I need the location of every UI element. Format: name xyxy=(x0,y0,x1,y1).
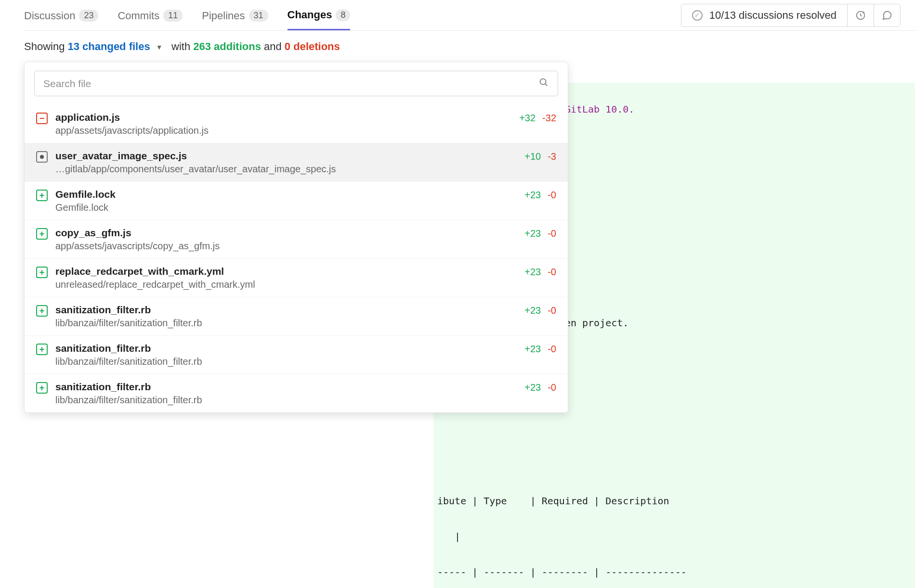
resolved-box: ✓ 10/13 discussions resolved xyxy=(681,4,901,27)
file-path: app/assets/javascripts/application.js xyxy=(55,125,511,136)
tab-label: Discussion xyxy=(24,10,75,22)
deletions: -0 xyxy=(548,305,556,316)
additions: +23 xyxy=(524,344,541,355)
summary-showing: Showing xyxy=(24,40,65,52)
deletions: -0 xyxy=(548,344,556,355)
resolved-status: ✓ 10/13 discussions resolved xyxy=(681,4,847,26)
file-name: copy_as_gfm.js xyxy=(55,227,517,239)
file-added-icon: + xyxy=(36,228,48,240)
summary-and: and xyxy=(264,40,282,52)
file-changed-icon xyxy=(36,151,48,163)
file-path: app/assets/javascripts/copy_as_gfm.js xyxy=(55,241,517,252)
resolved-text: 10/13 discussions resolved xyxy=(709,9,837,22)
additions: +23 xyxy=(524,267,541,278)
file-name: replace_redcarpet_with_cmark.yml xyxy=(55,266,517,277)
file-name: sanitization_filter.rb xyxy=(55,304,517,316)
file-path: …gitlab/app/components/user_avatar/user_… xyxy=(55,164,517,175)
file-list: −application.jsapp/assets/javascripts/ap… xyxy=(25,105,568,412)
additions: +23 xyxy=(524,228,541,239)
deletions: -0 xyxy=(548,267,556,278)
deletions: -0 xyxy=(548,190,556,201)
tab-commits[interactable]: Commits 11 xyxy=(118,9,183,30)
tab-badge: 8 xyxy=(336,9,350,21)
file-item[interactable]: +replace_redcarpet_with_cmark.ymlunrelea… xyxy=(25,258,568,297)
new-thread-button[interactable] xyxy=(847,4,874,26)
tab-label: Pipelines xyxy=(202,10,245,22)
search-input[interactable] xyxy=(43,78,538,89)
file-item[interactable]: +sanitization_filter.rblib/banzai/filter… xyxy=(25,335,568,374)
file-name: sanitization_filter.rb xyxy=(55,381,517,393)
tabs-row: Discussion 23 Commits 11 Pipelines 31 Ch… xyxy=(24,0,915,31)
file-stats: +23-0 xyxy=(524,381,556,393)
file-item[interactable]: +copy_as_gfm.jsapp/assets/javascripts/co… xyxy=(25,220,568,258)
file-name: sanitization_filter.rb xyxy=(55,343,517,354)
file-path: lib/banzai/filter/sanitization_filter.rb xyxy=(55,318,517,329)
file-added-icon: + xyxy=(36,305,48,317)
jump-unresolved-button[interactable] xyxy=(874,4,900,26)
tab-label: Changes xyxy=(288,9,332,21)
file-item[interactable]: +sanitization_filter.rblib/banzai/filter… xyxy=(25,297,568,335)
tab-badge: 11 xyxy=(163,10,183,22)
file-stats: +23-0 xyxy=(524,227,556,239)
file-stats: +23-0 xyxy=(524,266,556,278)
summary-deletions: 0 deletions xyxy=(285,40,340,52)
file-stats: +32-32 xyxy=(519,112,556,124)
file-stats: +23-0 xyxy=(524,343,556,355)
summary-with: with xyxy=(171,40,190,52)
file-added-icon: + xyxy=(36,267,48,278)
additions: +23 xyxy=(524,382,541,393)
file-name: Gemfile.lock xyxy=(55,189,517,200)
file-name: application.js xyxy=(55,112,511,123)
file-item[interactable]: +Gemfile.lockGemfile.lock+23-0 xyxy=(25,181,568,220)
tab-changes[interactable]: Changes 8 xyxy=(288,9,351,30)
svg-point-1 xyxy=(540,79,546,85)
file-item[interactable]: user_avatar_image_spec.js…gitlab/app/com… xyxy=(25,143,568,181)
deletions: -32 xyxy=(542,113,556,124)
file-stats: +10-3 xyxy=(524,150,556,162)
deletions: -0 xyxy=(548,228,556,239)
file-name: user_avatar_image_spec.js xyxy=(55,150,517,162)
file-added-icon: + xyxy=(36,382,48,394)
file-modified-icon: − xyxy=(36,113,48,124)
file-path: Gemfile.lock xyxy=(55,202,517,213)
file-stats: +23-0 xyxy=(524,304,556,316)
tab-discussion[interactable]: Discussion 23 xyxy=(24,9,98,30)
tab-badge: 23 xyxy=(79,10,98,22)
file-dropdown-panel: −application.jsapp/assets/javascripts/ap… xyxy=(24,62,568,413)
additions: +23 xyxy=(524,305,541,316)
file-added-icon: + xyxy=(36,190,48,201)
file-search xyxy=(34,71,558,96)
file-added-icon: + xyxy=(36,344,48,355)
file-item[interactable]: −application.jsapp/assets/javascripts/ap… xyxy=(25,105,568,143)
changes-summary: Showing 13 changed files ▼ with 263 addi… xyxy=(24,31,915,62)
additions: +23 xyxy=(524,190,541,201)
check-circle-icon: ✓ xyxy=(692,10,703,21)
deletions: -3 xyxy=(548,151,556,162)
deletions: -0 xyxy=(548,382,556,393)
chevron-down-icon: ▼ xyxy=(156,43,163,51)
additions: +10 xyxy=(524,151,541,162)
tab-pipelines[interactable]: Pipelines 31 xyxy=(202,9,268,30)
tab-badge: 31 xyxy=(249,10,268,22)
file-path: lib/banzai/filter/sanitization_filter.rb xyxy=(55,395,517,406)
changed-files-dropdown[interactable]: 13 changed files ▼ xyxy=(68,40,166,52)
file-path: unreleased/replace_redcarpet_with_cmark.… xyxy=(55,279,517,290)
file-stats: +23-0 xyxy=(524,189,556,201)
search-icon xyxy=(538,77,549,90)
svg-line-2 xyxy=(545,84,547,86)
discussion-controls: ✓ 10/13 discussions resolved xyxy=(681,4,915,27)
tab-label: Commits xyxy=(118,10,159,22)
summary-additions: 263 additions xyxy=(193,40,261,52)
tabs: Discussion 23 Commits 11 Pipelines 31 Ch… xyxy=(24,0,681,30)
file-path: lib/banzai/filter/sanitization_filter.rb xyxy=(55,356,517,367)
file-item[interactable]: +sanitization_filter.rblib/banzai/filter… xyxy=(25,374,568,412)
additions: +32 xyxy=(519,113,536,124)
